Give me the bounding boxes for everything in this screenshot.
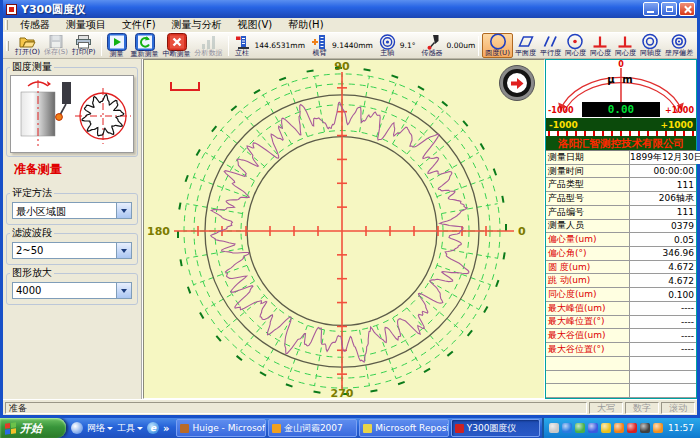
pen-icon[interactable] (640, 423, 650, 433)
row-label: 产品型号 (546, 192, 630, 205)
method-group-title: 评定方法 (10, 186, 54, 200)
polar-chart: 902701800 (143, 59, 545, 399)
parallel-icon (540, 33, 560, 50)
toolbar-grip[interactable] (6, 41, 9, 51)
menu-grip[interactable] (5, 20, 8, 30)
start-button[interactable]: 开始 (0, 418, 66, 438)
toolbar-measure2-label: 中断测量 (163, 51, 191, 59)
printer-icon (75, 34, 92, 49)
row-value (630, 357, 696, 370)
toolbar-axis-column[interactable]: 立柱144.6531mm (232, 33, 309, 58)
restore-icon (666, 6, 673, 12)
toolbar-file0-open-folder-button[interactable]: 打开(O) (13, 33, 42, 58)
row-value: 00:00:00 (630, 165, 696, 178)
svg-text:270: 270 (331, 387, 354, 398)
row-label: 产品类型 (546, 178, 630, 191)
menu-item-0[interactable]: 传感器 (12, 18, 58, 32)
row-value: 0.100 (630, 288, 696, 301)
toolbar-measure2-stop-button[interactable]: 中断测量 (161, 33, 193, 58)
toolbar-mode6-coaxial-button[interactable]: 同轴度 (638, 33, 663, 58)
toolbar-mode3-concentric-dot-button[interactable]: 同心度 (563, 33, 588, 58)
task-label: 金山词霸2007 (284, 422, 343, 435)
desktop-icon[interactable] (71, 422, 83, 434)
toolbar-mode0-circle-button[interactable]: 圆度(U) (482, 33, 513, 58)
toolbar-axis-spindle[interactable]: 主轴9.1° (377, 33, 420, 58)
toolbar-mode4-label: 同心度 (590, 50, 611, 58)
magnify-value: 4000 (13, 283, 116, 298)
chevron-down-icon (137, 427, 143, 433)
menu-item-1[interactable]: 测量项目 (58, 18, 114, 32)
overflow-chevron-icon[interactable]: » (163, 423, 169, 434)
menu-item-4[interactable]: 视图(V) (230, 18, 281, 32)
task-icon (363, 424, 372, 433)
toolbar-mode4-perpendicular-button[interactable]: 同心度 (588, 33, 613, 58)
table-row: 最大峰位置(°)---- (546, 316, 696, 330)
antivirus-icon[interactable] (575, 423, 585, 433)
taskbar-task-0[interactable]: Huige - Microsof... (176, 419, 265, 437)
messenger-icon[interactable] (562, 423, 572, 433)
row-value: ---- (630, 343, 696, 356)
sensor-button[interactable]: 传感器 (420, 33, 445, 58)
toolbar-mode6-label: 同轴度 (640, 50, 661, 58)
toolbar-measure1-restart-button[interactable]: 重新测量 (129, 33, 161, 58)
magnify-group: 图形放大 4000 (6, 266, 138, 305)
row-label: 测量日期 (546, 151, 630, 164)
scale-bracket-icon (170, 76, 200, 95)
toolbar-mode1-parallelogram-button[interactable]: 平面度 (513, 33, 538, 58)
menu-item-5[interactable]: 帮助(H) (280, 18, 331, 32)
taskbar-task-1[interactable]: 金山词霸2007 (268, 419, 357, 437)
restore-button[interactable] (661, 2, 677, 16)
magnify-select[interactable]: 4000 (12, 282, 132, 299)
row-value: 111 (630, 178, 696, 191)
toolbar-mode5-perpendicular-button[interactable]: 同心度 (613, 33, 638, 58)
toolbar-file2-printer-button[interactable]: 打印(P) (70, 33, 98, 58)
app-window: Y300圆度仪 传感器测量项目文件(F)测量与分析视图(V)帮助(H) 打开(O… (0, 0, 700, 418)
magnify-dropdown-button[interactable] (116, 283, 131, 298)
filter-select[interactable]: 2~50 (12, 242, 132, 259)
taskbar-task-2[interactable]: Microsoft Reposi... (359, 419, 448, 437)
filter-dropdown-button[interactable] (116, 243, 131, 258)
chevron-down-icon (121, 249, 127, 256)
toolbar-axis-arm[interactable]: 横臂9.1440mm (309, 33, 377, 58)
column-button[interactable]: 立柱 (232, 33, 253, 58)
desktop: Y300圆度仪 传感器测量项目文件(F)测量与分析视图(V)帮助(H) 打开(O… (0, 0, 700, 438)
row-value: 4.672 (630, 261, 696, 274)
results-panel: 0 μ m 0.00 -1000 +1000 -1000 +1000 洛阳汇智测… (545, 59, 697, 399)
measurement-illustration (10, 75, 134, 153)
usb-icon[interactable] (601, 423, 611, 433)
toolbar-mode1-label: 平面度 (515, 50, 536, 58)
start-target-button[interactable] (499, 65, 535, 101)
svg-text:90: 90 (334, 60, 350, 73)
arm-button[interactable]: 横臂 (309, 33, 330, 58)
toolbar-mode2-parallel-button[interactable]: 平行度 (538, 33, 563, 58)
method-select[interactable]: 最小区域圆 (12, 202, 132, 219)
quick-launch-network[interactable]: 网络 (87, 422, 113, 435)
row-label: 最大峰位置(°) (546, 316, 630, 329)
minimize-button[interactable] (643, 2, 659, 16)
qq-icon-2[interactable] (653, 423, 663, 433)
close-button[interactable] (679, 2, 695, 16)
row-label: 圆 度(um) (546, 261, 630, 274)
menu-item-3[interactable]: 测量与分析 (164, 18, 230, 32)
menu-item-2[interactable]: 文件(F) (114, 18, 164, 32)
arm-icon (311, 34, 328, 50)
network-icon[interactable] (588, 423, 598, 433)
spindle-button[interactable]: 主轴 (377, 33, 398, 58)
method-dropdown-button[interactable] (116, 203, 131, 218)
internet-explorer-icon[interactable]: e (147, 422, 159, 434)
printer-icon[interactable] (549, 423, 559, 433)
title-bar[interactable]: Y300圆度仪 (3, 0, 697, 18)
qq-icon[interactable] (614, 423, 624, 433)
minimize-icon (647, 11, 654, 13)
table-row: 跳 动(um)4.672 (546, 274, 696, 288)
taskbar-task-3[interactable]: Y300圆度仪 (451, 419, 540, 437)
toolbar-measure0-play-button[interactable]: 测量 (105, 33, 129, 58)
arm-value: 9.1440mm (332, 41, 373, 50)
magnify-group-title: 图形放大 (10, 266, 54, 280)
toolbar-mode7-wall-thickness-button[interactable]: 壁厚偏差 (663, 33, 695, 58)
toolbar-axis-sensor[interactable]: 传感器0.00um (420, 33, 476, 58)
security-icon[interactable] (627, 423, 637, 433)
status-bar: 准备 大写 数字 滚动 (3, 399, 697, 415)
row-label: 偏心角(°) (546, 247, 630, 260)
quick-launch-tools[interactable]: 工具 (117, 422, 143, 435)
